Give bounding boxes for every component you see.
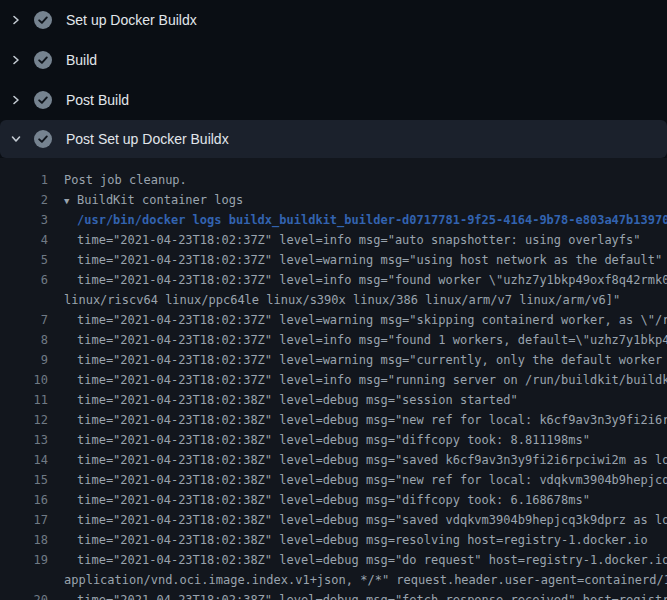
- actions-log-viewer: { "colors": { "page_bg": "#0a0e14", "log…: [0, 0, 667, 600]
- log-line: 18 time="2021-04-23T18:02:38Z" level=deb…: [0, 530, 667, 550]
- log-line-text: time="2021-04-23T18:02:38Z" level=debug …: [64, 590, 667, 600]
- log-line: 11 time="2021-04-23T18:02:38Z" level=deb…: [0, 390, 667, 410]
- log-line: 2 ▼BuildKit container logs: [0, 190, 667, 210]
- step-header[interactable]: Build: [0, 40, 667, 80]
- log-line: 15 time="2021-04-23T18:02:38Z" level=deb…: [0, 470, 667, 490]
- log-line-text: time="2021-04-23T18:02:37Z" level=info m…: [64, 370, 667, 390]
- log-line: 19 time="2021-04-23T18:02:38Z" level=deb…: [0, 550, 667, 570]
- log-line: 17 time="2021-04-23T18:02:38Z" level=deb…: [0, 510, 667, 530]
- line-number[interactable]: 4: [0, 230, 48, 250]
- chevron-right-icon: [10, 94, 22, 106]
- log-line-text: time="2021-04-23T18:02:37Z" level=warnin…: [64, 350, 667, 370]
- log-line-text: Post job cleanup.: [64, 170, 187, 190]
- log-line-text: ▼BuildKit container logs: [64, 190, 243, 210]
- log-line-text: time="2021-04-23T18:02:38Z" level=debug …: [64, 450, 667, 470]
- line-number[interactable]: 12: [0, 410, 48, 430]
- check-circle-icon: [34, 91, 52, 109]
- log-line-text: time="2021-04-23T18:02:37Z" level=info m…: [64, 270, 667, 290]
- log-line: 14 time="2021-04-23T18:02:38Z" level=deb…: [0, 450, 667, 470]
- step-title: Build: [66, 51, 97, 69]
- line-number[interactable]: [0, 290, 48, 310]
- chevron-down-icon: [10, 133, 22, 145]
- log-line-text: time="2021-04-23T18:02:38Z" level=debug …: [64, 490, 590, 510]
- log-line-text: time="2021-04-23T18:02:38Z" level=debug …: [64, 470, 667, 490]
- line-number[interactable]: 2: [0, 190, 48, 210]
- log-line: 1 Post job cleanup.: [0, 170, 667, 190]
- log-line-text: time="2021-04-23T18:02:38Z" level=debug …: [64, 390, 518, 410]
- log-line: application/vnd.oci.image.index.v1+json,…: [0, 570, 667, 590]
- step-header[interactable]: Set up Docker Buildx: [0, 0, 667, 40]
- chevron-right-icon: [10, 14, 22, 26]
- line-number[interactable]: 7: [0, 310, 48, 330]
- line-number[interactable]: 15: [0, 470, 48, 490]
- log-line-text: time="2021-04-23T18:02:37Z" level=info m…: [64, 230, 641, 250]
- log-line-text: /usr/bin/docker logs buildx_buildkit_bui…: [64, 210, 667, 230]
- log-line-text: time="2021-04-23T18:02:38Z" level=debug …: [64, 430, 590, 450]
- step-title: Post Build: [66, 91, 129, 109]
- log-line: 10 time="2021-04-23T18:02:37Z" level=inf…: [0, 370, 667, 390]
- group-title[interactable]: BuildKit container logs: [77, 193, 243, 207]
- line-number[interactable]: 14: [0, 450, 48, 470]
- chevron-right-icon: [10, 54, 22, 66]
- log-line: 20 time="2021-04-23T18:02:38Z" level=deb…: [0, 590, 667, 600]
- line-number[interactable]: 3: [0, 210, 48, 230]
- log-line-text: time="2021-04-23T18:02:38Z" level=debug …: [64, 510, 667, 530]
- log-line-text: time="2021-04-23T18:02:37Z" level=info m…: [64, 330, 667, 350]
- log-line: 7 time="2021-04-23T18:02:37Z" level=warn…: [0, 310, 667, 330]
- log-line-text: time="2021-04-23T18:02:37Z" level=warnin…: [64, 250, 662, 270]
- log-line: 3 /usr/bin/docker logs buildx_buildkit_b…: [0, 210, 667, 230]
- line-number[interactable]: 17: [0, 510, 48, 530]
- log-line-text: time="2021-04-23T18:02:38Z" level=debug …: [64, 550, 667, 570]
- step-title: Post Set up Docker Buildx: [66, 130, 229, 148]
- log-line-text: time="2021-04-23T18:02:38Z" level=debug …: [64, 530, 648, 550]
- line-number[interactable]: 11: [0, 390, 48, 410]
- line-number[interactable]: 16: [0, 490, 48, 510]
- line-number[interactable]: 18: [0, 530, 48, 550]
- log-lines: 1 Post job cleanup. 2 ▼BuildKit containe…: [0, 158, 667, 600]
- line-number[interactable]: 5: [0, 250, 48, 270]
- check-circle-icon: [34, 130, 52, 148]
- log-line-text: time="2021-04-23T18:02:37Z" level=warnin…: [64, 310, 667, 330]
- log-line-text: time="2021-04-23T18:02:38Z" level=debug …: [64, 410, 667, 430]
- log-line: 4 time="2021-04-23T18:02:37Z" level=info…: [0, 230, 667, 250]
- line-number[interactable]: 20: [0, 590, 48, 600]
- line-number[interactable]: 10: [0, 370, 48, 390]
- line-number[interactable]: 19: [0, 550, 48, 570]
- line-number[interactable]: 9: [0, 350, 48, 370]
- check-circle-icon: [34, 51, 52, 69]
- log-line: 16 time="2021-04-23T18:02:38Z" level=deb…: [0, 490, 667, 510]
- steps-list: Set up Docker Buildx Build Post Build: [0, 0, 667, 158]
- step-title: Set up Docker Buildx: [66, 11, 197, 29]
- group-collapse-icon[interactable]: ▼: [64, 191, 77, 210]
- log-line: 8 time="2021-04-23T18:02:37Z" level=info…: [0, 330, 667, 350]
- log-line: 13 time="2021-04-23T18:02:38Z" level=deb…: [0, 430, 667, 450]
- line-number[interactable]: 13: [0, 430, 48, 450]
- log-line: 12 time="2021-04-23T18:02:38Z" level=deb…: [0, 410, 667, 430]
- line-number[interactable]: 6: [0, 270, 48, 290]
- log-line: 5 time="2021-04-23T18:02:37Z" level=warn…: [0, 250, 667, 270]
- step-header[interactable]: Post Set up Docker Buildx: [0, 120, 667, 158]
- step-header[interactable]: Post Build: [0, 80, 667, 120]
- log-line: 9 time="2021-04-23T18:02:37Z" level=warn…: [0, 350, 667, 370]
- log-line: 6 time="2021-04-23T18:02:37Z" level=info…: [0, 270, 667, 290]
- log-line-text: linux/riscv64 linux/ppc64le linux/s390x …: [64, 290, 620, 310]
- log-line-text: application/vnd.oci.image.index.v1+json,…: [64, 570, 667, 590]
- line-number[interactable]: 8: [0, 330, 48, 350]
- log-line: linux/riscv64 linux/ppc64le linux/s390x …: [0, 290, 667, 310]
- line-number[interactable]: [0, 570, 48, 590]
- check-circle-icon: [34, 11, 52, 29]
- line-number[interactable]: 1: [0, 170, 48, 190]
